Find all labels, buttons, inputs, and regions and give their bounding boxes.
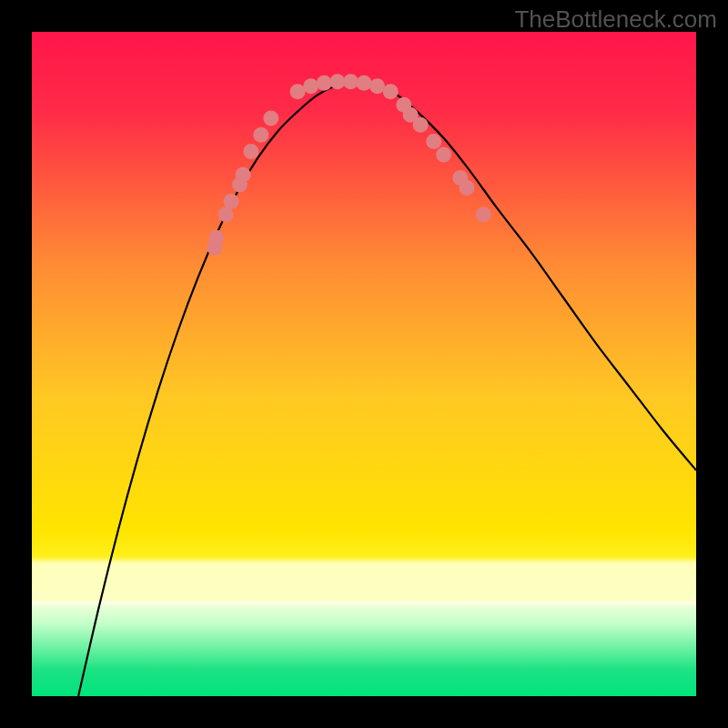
data-point <box>426 134 441 149</box>
data-point <box>329 74 345 89</box>
data-point <box>357 76 372 91</box>
data-point <box>263 110 278 126</box>
watermark-text: TheBottleneck.com <box>514 5 717 34</box>
data-point <box>236 167 251 182</box>
data-point <box>224 194 239 209</box>
data-point <box>208 230 224 246</box>
data-point <box>383 84 399 99</box>
gradient-background <box>32 32 696 696</box>
data-point <box>253 127 268 143</box>
data-point <box>413 117 429 133</box>
data-point <box>436 147 451 163</box>
data-point <box>290 84 306 99</box>
data-point <box>343 74 359 89</box>
data-point <box>317 76 332 91</box>
data-point <box>369 78 385 94</box>
chart-container: TheBottleneck.com <box>0 0 728 728</box>
data-point <box>243 144 258 159</box>
data-point <box>218 207 234 222</box>
bottleneck-chart <box>32 32 696 696</box>
data-point <box>460 180 475 196</box>
data-point <box>476 207 491 222</box>
data-point <box>303 78 318 94</box>
